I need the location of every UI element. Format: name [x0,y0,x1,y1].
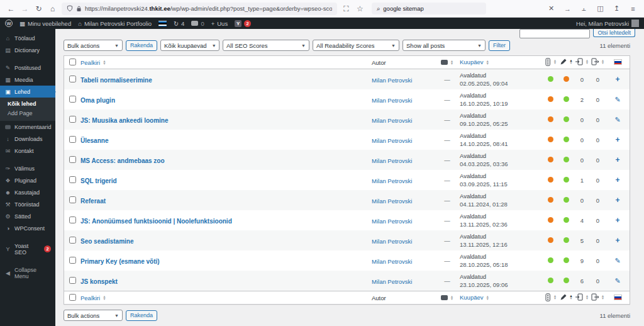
forward-icon[interactable]: → [20,4,30,13]
add-translation-button[interactable]: + [606,236,630,245]
sidebar-item-kontakt[interactable]: ✉ Kontakt [0,145,55,157]
new-content-menu[interactable]: + Uus [211,20,228,27]
reload-icon[interactable]: ↻ [34,4,43,13]
show-posts-filter-select[interactable]: Show all posts▼ [402,40,486,51]
sidebar-item-t-laud[interactable]: ⌂ Töölaud [0,32,55,44]
add-translation-button[interactable]: + [606,75,630,84]
add-translation-button[interactable]: + [606,155,630,164]
page-title-link[interactable]: JS: Muusika ankeedi loomine [80,117,168,124]
sidebar-item-collapse-menu[interactable]: ◀ Collapse Menu [0,264,55,282]
menu-icon[interactable]: ≡ [628,5,638,13]
clear-search-icon[interactable]: ✕ [547,4,556,13]
add-translation-button[interactable]: + [606,176,630,184]
home-icon[interactable]: ⌂ [48,4,57,13]
row-checkbox[interactable] [69,96,76,103]
author-link[interactable]: Milan Petrovski [372,97,412,104]
page-title-link[interactable]: MS Access: andmebaas zoo [80,157,165,164]
edit-translation-button[interactable]: ✎ [606,116,630,124]
updates-menu[interactable]: ↻ 4 [174,20,184,27]
sort-outgoing-links-header[interactable]: ▲▼ [591,58,604,65]
author-link[interactable]: Milan Petrovski [372,198,412,205]
browser-search-field[interactable]: ⌕ google sitemap [372,3,486,14]
sidebar-item-downloads[interactable]: ↓ Downloads [0,133,55,145]
row-checkbox[interactable] [69,136,76,143]
row-checkbox[interactable] [69,196,76,203]
sidebars-icon[interactable]: ◫ [596,4,605,13]
sidebar-item-lehed[interactable]: ▣ Lehed [0,86,55,98]
row-checkbox[interactable] [69,216,76,223]
author-link[interactable]: Milan Petrovski [372,258,412,265]
search-pages-input[interactable] [519,29,590,38]
sort-comments-header[interactable]: ▲▼ [441,295,453,300]
author-link[interactable]: Milan Petrovski [372,278,412,285]
sidebar-item-s-tted[interactable]: ⚙ Sätted [0,210,55,222]
sidebar-item-pluginad[interactable]: ❖ Pluginad [0,174,55,186]
sort-internal-links-header[interactable]: ▲▼ [575,293,589,301]
sidebar-item-meedia[interactable]: ▦ Meedia [0,74,55,86]
page-title-link[interactable]: Referaat [80,198,106,205]
share-icon[interactable]: ↥ [612,4,621,13]
sidebar-item-kasutajad[interactable]: ☻ Kasutajad [0,186,55,198]
comments-menu[interactable]: 0 [191,20,204,27]
my-sites-menu[interactable]: ▦ Minu veebilehed [19,20,71,27]
author-link[interactable]: Milan Petrovski [372,218,412,225]
row-checkbox[interactable] [69,237,76,244]
sidebar-item-t-riistad[interactable]: ⚒ Tööriistad [0,198,55,210]
row-checkbox[interactable] [69,176,76,183]
avatar[interactable] [631,20,639,27]
add-translation-button[interactable]: + [606,196,630,205]
sidebar-item-yoast-seo[interactable]: Y Yoast SEO 2 [0,240,55,258]
sort-seo-score-header[interactable]: ▲▼ [545,58,557,66]
apply-button[interactable]: Rakenda [126,40,157,51]
row-checkbox[interactable] [69,156,76,163]
select-all-checkbox[interactable] [69,59,76,65]
sort-title-header[interactable]: Pealkiri▲▼ [80,295,106,301]
library-icon[interactable]: ⫠ [579,4,589,13]
sidebar-item-wpconsent[interactable]: ◑ WPConsent [0,222,55,234]
author-link[interactable]: Milan Petrovski [372,137,412,144]
sort-seo-score-header[interactable]: ▲▼ [545,293,557,301]
lock-icon[interactable] [76,6,82,12]
author-link[interactable]: Milan Petrovski [372,177,412,184]
sidebar-item-v-limus[interactable]: ✑ Välimus [0,162,55,174]
back-icon[interactable]: ← [6,4,16,13]
edit-translation-button[interactable]: ✎ [606,257,630,265]
bulk-actions-select[interactable]: Bulk actions▼ [64,40,123,51]
wp-logo-menu[interactable]: W [5,20,13,27]
sidebar-item-postitused[interactable]: ✎ Postitused [0,62,55,74]
page-title-link[interactable]: Seo seadistamine [80,238,133,245]
page-title-link[interactable]: JS konspekt [80,278,118,285]
sort-date-header[interactable]: Kuupäev▲▼ [460,58,489,66]
dates-filter-select[interactable]: Kõik kuupäevad▼ [160,40,219,51]
sort-readability-score-header[interactable]: ▲▼ [560,58,572,65]
sort-readability-score-header[interactable]: ▲▼ [560,293,572,301]
apply-button-bottom[interactable]: Rakenda [126,310,157,321]
author-link[interactable]: Milan Petrovski [372,117,412,124]
estonian-flag-icon[interactable] [158,21,167,26]
page-title-link[interactable]: Tabeli normaliseerimine [80,77,152,84]
search-pages-button[interactable]: Otsi lehtedelt [593,28,635,37]
sidebar-item-kommentaarid[interactable]: Kommentaarid [0,121,55,133]
page-title-link[interactable]: SQL trigerid [80,177,117,184]
bookmark-star-icon[interactable]: ☆ [355,4,365,13]
sort-date-header[interactable]: Kuupäev▲▼ [460,293,489,301]
address-bar[interactable]: https://milanpetrovski24.thkit.ee/wp/wp-… [62,3,337,15]
row-checkbox[interactable] [69,277,76,284]
account-menu[interactable]: Hei, Milan Petrovski [576,20,629,27]
row-checkbox[interactable] [69,257,76,264]
page-title-link[interactable]: Ülesanne [80,137,108,144]
yoast-menu[interactable]: Y 2 [235,20,251,27]
add-translation-button[interactable]: + [606,216,630,225]
page-title-link[interactable]: Primary Key (esmane võti) [80,258,160,265]
page-title-link[interactable]: JS: Anonüümsed funktsioonid | Noolefunkt… [80,218,232,225]
sort-comments-header[interactable]: ▲▼ [441,60,453,65]
bulk-actions-select-bottom[interactable]: Bulk actions▼ [64,310,123,321]
seo-scores-filter-select[interactable]: All SEO Scores▼ [223,40,309,51]
select-all-checkbox[interactable] [69,294,76,301]
go-arrow-icon[interactable]: → [563,5,572,13]
readability-scores-filter-select[interactable]: All Readability Scores▼ [313,40,399,51]
row-checkbox[interactable] [69,116,76,123]
author-link[interactable]: Milan Petrovski [372,157,412,164]
site-name-menu[interactable]: ⌂ Milan Petrovski Portfoolio [78,20,152,27]
submenu-item-add-page[interactable]: Add Page [0,108,55,118]
